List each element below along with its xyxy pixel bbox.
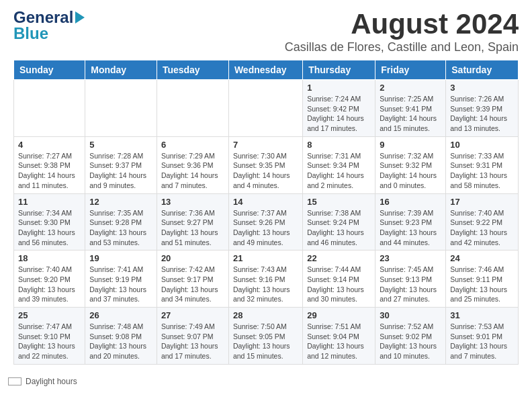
day-info: Sunrise: 7:32 AM Sunset: 9:32 PM Dayligh… xyxy=(380,151,441,191)
calendar-cell: 11Sunrise: 7:34 AM Sunset: 9:30 PM Dayli… xyxy=(14,193,85,250)
calendar-cell: 4Sunrise: 7:27 AM Sunset: 9:38 PM Daylig… xyxy=(14,136,85,193)
day-info: Sunrise: 7:25 AM Sunset: 9:41 PM Dayligh… xyxy=(380,94,441,134)
legend: Daylight hours xyxy=(0,371,532,392)
calendar-week-row: 25Sunrise: 7:47 AM Sunset: 9:10 PM Dayli… xyxy=(14,308,519,365)
calendar-cell: 22Sunrise: 7:44 AM Sunset: 9:14 PM Dayli… xyxy=(303,250,375,308)
day-info: Sunrise: 7:49 AM Sunset: 9:07 PM Dayligh… xyxy=(161,322,224,361)
day-number: 10 xyxy=(450,140,514,150)
day-info: Sunrise: 7:37 AM Sunset: 9:26 PM Dayligh… xyxy=(233,208,298,248)
calendar-cell: 7Sunrise: 7:30 AM Sunset: 9:35 PM Daylig… xyxy=(228,136,302,193)
day-info: Sunrise: 7:35 AM Sunset: 9:28 PM Dayligh… xyxy=(89,208,152,248)
day-number: 4 xyxy=(18,140,81,150)
calendar-table: SundayMondayTuesdayWednesdayThursdayFrid… xyxy=(13,60,519,365)
day-number: 11 xyxy=(18,197,81,207)
day-info: Sunrise: 7:50 AM Sunset: 9:05 PM Dayligh… xyxy=(233,322,298,361)
calendar-cell: 13Sunrise: 7:36 AM Sunset: 9:27 PM Dayli… xyxy=(157,193,228,250)
day-number: 16 xyxy=(380,197,441,207)
day-info: Sunrise: 7:36 AM Sunset: 9:27 PM Dayligh… xyxy=(161,208,224,248)
calendar-cell: 17Sunrise: 7:40 AM Sunset: 9:22 PM Dayli… xyxy=(446,193,519,250)
day-number: 12 xyxy=(89,197,152,207)
header: General Blue August 2024 Casillas de Flo… xyxy=(0,0,532,60)
calendar-cell: 8Sunrise: 7:31 AM Sunset: 9:34 PM Daylig… xyxy=(303,136,375,193)
calendar-cell: 23Sunrise: 7:45 AM Sunset: 9:13 PM Dayli… xyxy=(375,250,446,308)
day-info: Sunrise: 7:45 AM Sunset: 9:13 PM Dayligh… xyxy=(380,265,441,304)
day-number: 14 xyxy=(233,197,298,207)
calendar-cell: 28Sunrise: 7:50 AM Sunset: 9:05 PM Dayli… xyxy=(228,308,302,365)
day-number: 22 xyxy=(307,253,371,263)
day-info: Sunrise: 7:26 AM Sunset: 9:39 PM Dayligh… xyxy=(450,94,514,134)
calendar-day-header: Tuesday xyxy=(157,60,228,80)
calendar-cell: 24Sunrise: 7:46 AM Sunset: 9:11 PM Dayli… xyxy=(446,250,519,308)
day-info: Sunrise: 7:52 AM Sunset: 9:02 PM Dayligh… xyxy=(380,322,441,361)
day-number: 18 xyxy=(18,253,81,263)
calendar-week-row: 4Sunrise: 7:27 AM Sunset: 9:38 PM Daylig… xyxy=(14,136,519,193)
calendar-cell: 15Sunrise: 7:38 AM Sunset: 9:24 PM Dayli… xyxy=(303,193,375,250)
calendar-container: SundayMondayTuesdayWednesdayThursdayFrid… xyxy=(0,60,532,371)
calendar-day-header: Sunday xyxy=(14,60,85,80)
calendar-cell xyxy=(228,80,302,137)
calendar-week-row: 1Sunrise: 7:24 AM Sunset: 9:42 PM Daylig… xyxy=(14,80,519,137)
day-number: 30 xyxy=(380,310,441,320)
day-number: 13 xyxy=(161,197,224,207)
day-info: Sunrise: 7:47 AM Sunset: 9:10 PM Dayligh… xyxy=(18,322,81,361)
day-number: 24 xyxy=(450,253,514,263)
day-number: 9 xyxy=(380,140,441,150)
day-info: Sunrise: 7:53 AM Sunset: 9:01 PM Dayligh… xyxy=(450,322,514,361)
calendar-day-header: Friday xyxy=(375,60,446,80)
day-info: Sunrise: 7:40 AM Sunset: 9:22 PM Dayligh… xyxy=(450,208,514,248)
calendar-cell xyxy=(85,80,157,137)
title-section: August 2024 Casillas de Flores, Castille… xyxy=(285,8,519,54)
subtitle: Casillas de Flores, Castille and Leon, S… xyxy=(285,40,519,54)
page-container: General Blue August 2024 Casillas de Flo… xyxy=(0,0,532,392)
logo: General Blue xyxy=(13,8,85,43)
day-info: Sunrise: 7:33 AM Sunset: 9:31 PM Dayligh… xyxy=(450,151,514,191)
logo-blue: Blue xyxy=(13,24,48,43)
day-info: Sunrise: 7:39 AM Sunset: 9:23 PM Dayligh… xyxy=(380,208,441,248)
day-number: 8 xyxy=(307,140,371,150)
logo-arrow-icon xyxy=(75,11,85,24)
day-info: Sunrise: 7:41 AM Sunset: 9:19 PM Dayligh… xyxy=(89,265,152,304)
calendar-cell: 26Sunrise: 7:48 AM Sunset: 9:08 PM Dayli… xyxy=(85,308,157,365)
calendar-header-row: SundayMondayTuesdayWednesdayThursdayFrid… xyxy=(14,60,519,80)
day-number: 6 xyxy=(161,140,224,150)
day-number: 2 xyxy=(380,83,441,93)
calendar-day-header: Thursday xyxy=(303,60,375,80)
calendar-day-header: Wednesday xyxy=(228,60,302,80)
day-info: Sunrise: 7:43 AM Sunset: 9:16 PM Dayligh… xyxy=(233,265,298,304)
day-number: 19 xyxy=(89,253,152,263)
calendar-day-header: Saturday xyxy=(446,60,519,80)
day-number: 23 xyxy=(380,253,441,263)
day-number: 7 xyxy=(233,140,298,150)
day-info: Sunrise: 7:44 AM Sunset: 9:14 PM Dayligh… xyxy=(307,265,371,304)
calendar-cell: 5Sunrise: 7:28 AM Sunset: 9:37 PM Daylig… xyxy=(85,136,157,193)
day-info: Sunrise: 7:48 AM Sunset: 9:08 PM Dayligh… xyxy=(89,322,152,361)
legend-label: Daylight hours xyxy=(26,377,77,386)
calendar-cell: 31Sunrise: 7:53 AM Sunset: 9:01 PM Dayli… xyxy=(446,308,519,365)
day-info: Sunrise: 7:46 AM Sunset: 9:11 PM Dayligh… xyxy=(450,265,514,304)
day-number: 15 xyxy=(307,197,371,207)
calendar-cell: 25Sunrise: 7:47 AM Sunset: 9:10 PM Dayli… xyxy=(14,308,85,365)
day-info: Sunrise: 7:40 AM Sunset: 9:20 PM Dayligh… xyxy=(18,265,81,304)
day-info: Sunrise: 7:34 AM Sunset: 9:30 PM Dayligh… xyxy=(18,208,81,248)
calendar-cell: 12Sunrise: 7:35 AM Sunset: 9:28 PM Dayli… xyxy=(85,193,157,250)
day-number: 17 xyxy=(450,197,514,207)
calendar-cell: 18Sunrise: 7:40 AM Sunset: 9:20 PM Dayli… xyxy=(14,250,85,308)
calendar-cell: 27Sunrise: 7:49 AM Sunset: 9:07 PM Dayli… xyxy=(157,308,228,365)
day-number: 25 xyxy=(18,310,81,320)
day-info: Sunrise: 7:30 AM Sunset: 9:35 PM Dayligh… xyxy=(233,151,298,191)
day-number: 27 xyxy=(161,310,224,320)
calendar-cell xyxy=(14,80,85,137)
day-number: 29 xyxy=(307,310,371,320)
main-title: August 2024 xyxy=(285,8,519,40)
day-number: 5 xyxy=(89,140,152,150)
calendar-cell: 29Sunrise: 7:51 AM Sunset: 9:04 PM Dayli… xyxy=(303,308,375,365)
calendar-cell xyxy=(157,80,228,137)
day-info: Sunrise: 7:29 AM Sunset: 9:36 PM Dayligh… xyxy=(161,151,224,191)
calendar-cell: 30Sunrise: 7:52 AM Sunset: 9:02 PM Dayli… xyxy=(375,308,446,365)
day-info: Sunrise: 7:42 AM Sunset: 9:17 PM Dayligh… xyxy=(161,265,224,304)
calendar-week-row: 11Sunrise: 7:34 AM Sunset: 9:30 PM Dayli… xyxy=(14,193,519,250)
calendar-cell: 2Sunrise: 7:25 AM Sunset: 9:41 PM Daylig… xyxy=(375,80,446,137)
day-info: Sunrise: 7:31 AM Sunset: 9:34 PM Dayligh… xyxy=(307,151,371,191)
day-info: Sunrise: 7:51 AM Sunset: 9:04 PM Dayligh… xyxy=(307,322,371,361)
calendar-cell: 1Sunrise: 7:24 AM Sunset: 9:42 PM Daylig… xyxy=(303,80,375,137)
